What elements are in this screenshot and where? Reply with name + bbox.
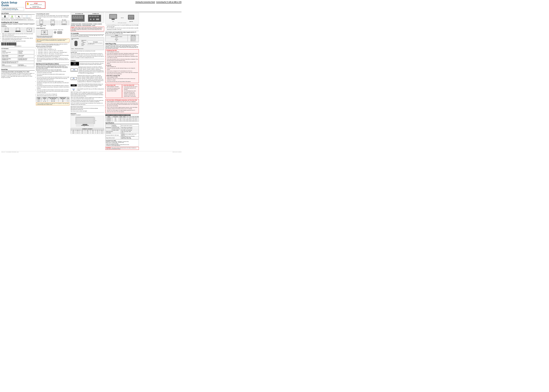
vesa-col-size: TV Size in inches <box>42 97 48 99</box>
svg-rect-11 <box>2 42 3 45</box>
connecting-sbb-header: Connecting the TV with an SBB or STB <box>156 1 182 3</box>
svg-rect-43 <box>40 21 43 24</box>
warning-box: WARNING To prevent injury, you must atta… <box>36 39 69 42</box>
table-row: NXTV BN39-01011B <box>106 37 139 39</box>
svg-rect-1 <box>4 31 9 32</box>
svg-rect-65 <box>79 16 81 17</box>
svg-rect-63 <box>75 16 76 17</box>
svg-rect-20 <box>7 42 7 45</box>
footer-model-code: CN40_617- CA-02(OM069-47036-I6EN) .indd … <box>1 152 19 153</box>
svg-rect-27 <box>10 42 10 45</box>
picture-mode-box: ● Picture Mode OSD Initially highlighted… <box>105 84 122 98</box>
dts-studio-section: dts Studio Sound Manufactured under a li… <box>71 75 104 83</box>
dimensions-models: HG28ND670 / HG22ND677 <box>71 114 104 115</box>
barcode-text: BN68-07039G-X0 <box>1 46 35 47</box>
svg-rect-64 <box>77 16 79 17</box>
svg-point-6 <box>29 29 30 30</box>
svg-rect-73 <box>82 17 83 18</box>
do-not-install-warning: ⚠ Do not install your Wall Mount Kit whi… <box>36 103 69 105</box>
svg-point-54 <box>44 32 45 33</box>
register-prompt: To register the product please visit <box>2 8 23 9</box>
dolby-section: DOLBY 𝔻𝔻 DIGITAL PLUS Manufactured under… <box>71 62 104 66</box>
svg-rect-36 <box>14 42 14 45</box>
open-source-english: Open Source Licence is written only Engl… <box>71 110 104 112</box>
vesa-col-specs: VESA screw hole specs (A* x B) in mm <box>48 97 58 99</box>
svg-rect-42 <box>16 42 16 45</box>
vendor-table: Vendor Cable code Samsung DG/ (Enseo Cla… <box>105 35 139 42</box>
licence-title: Licence <box>71 60 104 62</box>
tv-controller-title: TV Controller <box>71 33 104 35</box>
svg-rect-46 <box>51 21 55 24</box>
svg-rect-62 <box>72 16 74 17</box>
svg-rect-9 <box>2 42 2 45</box>
dolby-text: Manufactured under license from Dolby La… <box>80 63 104 65</box>
svg-rect-22 <box>7 42 8 45</box>
components-label: Components <box>1 26 35 27</box>
svg-rect-76 <box>89 16 91 17</box>
svg-rect-41 <box>16 42 16 45</box>
viewing-connection-header: Viewing the Connection Panel <box>135 1 155 3</box>
hdmi-text: The terms HDMI and HDMI High-Definition … <box>77 84 104 87</box>
specs-note: Sound Band (Left / Right) HG28ND670: 24.… <box>105 140 139 147</box>
dimension-diagram: A B <box>71 116 104 128</box>
column-3: RF OF MODEL USE <box>71 13 104 150</box>
vesa-notes: Samsung wall mount kits contain a detail… <box>37 71 69 96</box>
part-remote: 📱 Remote Control <box>1 15 9 19</box>
sound-bar-out-desc: 2. The item of Sound Bar Out in Hospital… <box>36 44 69 45</box>
dimensions-title: Dimensions <box>71 113 104 114</box>
svg-rect-101 <box>130 18 131 19</box>
svg-rect-24 <box>8 42 8 45</box>
main-title: Quick Setup Guide <box>1 1 24 7</box>
ui-scenario-label: ● UI Scenario <box>1 48 35 49</box>
vendor-note: ▶ Refer to the code label on the data ca… <box>105 33 139 34</box>
vesa-standards: Standards for wall mount kits are shown … <box>36 70 69 70</box>
product-color-note: ※ The product color and shape may vary d… <box>71 50 104 51</box>
auto-store-box: ● Auto Store Mode OSD If you press the E… <box>123 84 139 98</box>
svg-rect-102 <box>132 18 133 19</box>
tv-controller-desc: The TV's Controller, a small joy stick b… <box>71 35 104 37</box>
model-specs-table: Model Screen Size A (W) B (H) C D E F G … <box>105 116 139 122</box>
california-warning: WARNING: This product contains chemicals… <box>105 147 139 150</box>
dts-studio-text: Manufactured under a license from U.S. P… <box>77 75 104 83</box>
standby-label: Standby mode <box>71 52 104 53</box>
svg-rect-89 <box>81 125 89 126</box>
table-row: Display Resolution 1366 x 768 / 1920 x 1… <box>106 131 139 132</box>
dts-section: dts Premium Sound | ● Manufactured under… <box>71 66 104 74</box>
standby-desc: Your TV enters Standby mode when you tur… <box>71 53 104 58</box>
footer-date: 2015-01-30 ○초 9:06:22 <box>173 152 181 153</box>
model-numbers: HG28ND677 / HG40ND677 / HG40ND677 / HG40… <box>105 115 139 116</box>
vesa-col-screw: Standard Screw (Qty, Pitch) <box>58 97 67 99</box>
svg-rect-17 <box>5 42 6 45</box>
register-box: To register the product please visit www… <box>1 7 24 11</box>
svg-rect-72 <box>80 17 81 18</box>
hdmi-section: HDMI The terms HDMI and HDMI High-Defini… <box>71 83 104 88</box>
svg-rect-39 <box>14 42 15 45</box>
vesa-col-family: Product Family <box>36 97 42 99</box>
svg-rect-68 <box>74 17 75 18</box>
osd-boxes: ● Picture Mode OSD Initially highlighted… <box>105 84 139 98</box>
column-4: [TV] ⟷ [SBB/STB] <box>105 13 139 150</box>
dts-text: Manufactured under a license from U.S. P… <box>78 66 104 74</box>
divx-vod: ABOUT DIVX VIDEO-ON-DEMAND: This DivX Ce… <box>71 97 104 99</box>
stop-subtitle: Please do not return this unit <box>30 4 42 5</box>
vendor-table-title: List of Vendors and Compatible Data Cabl… <box>105 32 139 33</box>
divx-about: ABOUT DIVX VIDEO: DivX® is a digital vid… <box>71 91 104 97</box>
svg-rect-34 <box>13 42 13 45</box>
page: Quick Setup Guide To register the produc… <box>0 0 183 154</box>
table-row: Dimensions (WxD+H) / With Stand HG28ND67… <box>106 134 139 137</box>
table-row: iStreamu BN39-01110A <box>106 39 139 40</box>
svg-rect-29 <box>10 42 11 45</box>
svg-rect-77 <box>92 16 94 17</box>
parts-cables: Holder-Wire stand (1EA) Data Cable (BN39… <box>1 19 35 20</box>
table-row: Environment Operating Temperature 50°F t… <box>106 125 139 127</box>
svg-rect-25 <box>9 42 9 45</box>
connection-panel-diagram: RF OF MODEL USE <box>71 13 104 23</box>
part-power-cord: 🔌 Power Cord <box>16 15 22 19</box>
vesa-col-qty: Qty <box>67 97 69 99</box>
barcode-section: BN68-07039G-X0 <box>1 42 35 47</box>
specs-title: Specifications <box>105 122 139 124</box>
svg-rect-66 <box>81 16 83 17</box>
svg-rect-32 <box>12 42 12 45</box>
vesa-desc: Install your wall mount on a solid wall … <box>36 65 69 69</box>
svg-rect-49 <box>62 21 66 24</box>
